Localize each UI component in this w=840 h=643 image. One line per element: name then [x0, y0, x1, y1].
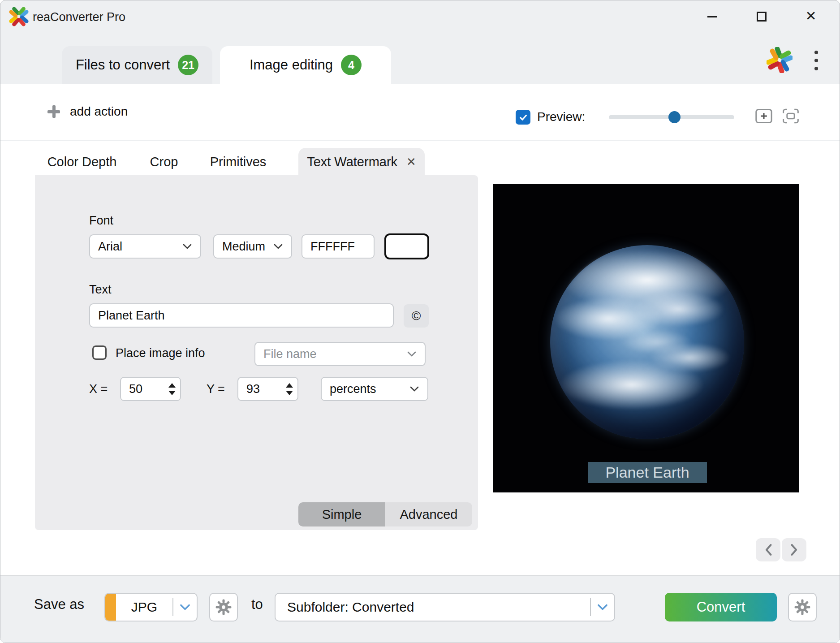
plus-icon — [47, 105, 60, 118]
maximize-icon — [757, 12, 767, 22]
tab-files-label: Files to convert — [76, 57, 170, 73]
maximize-button[interactable] — [751, 8, 772, 26]
place-image-info-label: Place image info — [116, 346, 205, 360]
chevron-down-icon — [273, 243, 283, 250]
destination-dropdown-arrow[interactable] — [591, 604, 614, 611]
chevron-down-icon — [597, 604, 608, 611]
format-value: JPG — [116, 600, 172, 615]
app-logo-icon — [9, 6, 29, 27]
mode-segmented-control: Simple Advanced — [298, 502, 472, 526]
close-button[interactable]: ✕ — [801, 7, 821, 25]
units-select[interactable]: percents — [321, 377, 428, 401]
previous-image-button[interactable] — [756, 538, 780, 561]
chevron-left-icon — [762, 543, 774, 557]
add-action-button[interactable]: add action — [47, 100, 128, 123]
font-family-value: Arial — [98, 240, 122, 254]
x-coordinate-label: X = — [89, 382, 108, 396]
tab-image-editing[interactable]: Image editing 4 — [220, 46, 391, 84]
step-up-icon[interactable] — [168, 383, 176, 388]
tab-files-to-convert[interactable]: Files to convert 21 — [62, 46, 212, 84]
files-count-badge: 21 — [178, 55, 198, 75]
kebab-dot — [814, 59, 818, 62]
close-tab-icon[interactable]: ✕ — [406, 155, 416, 169]
chevron-down-icon — [179, 604, 191, 611]
chevron-right-icon — [788, 543, 800, 557]
tab-text-watermark[interactable]: Text Watermark ✕ — [298, 148, 425, 176]
minimize-button[interactable] — [702, 8, 723, 26]
earth-image — [550, 245, 744, 439]
watermark-text-field[interactable] — [89, 303, 394, 328]
font-label: Font — [89, 214, 113, 228]
gear-icon — [215, 599, 232, 616]
stepper-arrows[interactable] — [168, 383, 176, 395]
y-coordinate-input[interactable] — [246, 382, 273, 396]
add-box-icon — [754, 108, 773, 124]
fit-to-screen-button[interactable] — [780, 107, 801, 125]
format-settings-button[interactable] — [209, 593, 238, 621]
units-value: percents — [330, 382, 376, 396]
font-family-select[interactable]: Arial — [89, 234, 201, 259]
tab-crop-label: Crop — [150, 155, 178, 169]
y-coordinate-label: Y = — [207, 382, 225, 396]
tab-primitives[interactable]: Primitives — [201, 148, 275, 176]
chevron-down-icon — [182, 243, 192, 250]
kebab-dot — [814, 67, 818, 70]
next-image-button[interactable] — [782, 538, 806, 561]
save-as-label: Save as — [34, 596, 84, 613]
slider-thumb[interactable] — [668, 111, 681, 123]
preview-label: Preview: — [537, 110, 585, 124]
text-watermark-panel: Font Arial Medium Text — [35, 175, 478, 530]
step-up-icon[interactable] — [286, 383, 293, 388]
font-color-hex-input[interactable] — [310, 240, 366, 254]
convert-button[interactable]: Convert — [665, 593, 777, 621]
step-down-icon[interactable] — [168, 391, 176, 395]
content-area: add action Preview: Color Depth — [0, 84, 840, 575]
simple-mode-button[interactable]: Simple — [298, 502, 385, 526]
text-label: Text — [89, 283, 112, 297]
insert-copyright-button[interactable]: © — [404, 304, 429, 328]
editing-count-badge: 4 — [341, 55, 362, 75]
window-title: reaConverter Pro — [33, 10, 125, 24]
image-info-value: File name — [263, 347, 317, 361]
output-format-select[interactable]: JPG — [104, 593, 198, 621]
close-icon: ✕ — [805, 8, 816, 24]
chevron-down-icon — [409, 386, 419, 392]
font-color-swatch[interactable] — [384, 233, 429, 259]
format-dropdown-arrow[interactable] — [173, 604, 197, 611]
tab-crop[interactable]: Crop — [137, 148, 191, 176]
output-settings-button[interactable] — [788, 593, 817, 621]
step-down-icon[interactable] — [286, 391, 293, 395]
watermark-text-input[interactable] — [98, 309, 385, 323]
destination-select[interactable]: Subfolder: Converted — [275, 593, 615, 621]
destination-value: Subfolder: Converted — [276, 600, 590, 615]
minimize-icon — [707, 16, 717, 17]
font-style-select[interactable]: Medium — [213, 234, 292, 259]
stepper-arrows[interactable] — [286, 383, 293, 395]
tab-color-depth[interactable]: Color Depth — [35, 148, 129, 176]
font-style-value: Medium — [222, 240, 265, 254]
preview-zoom-slider[interactable] — [609, 115, 734, 119]
checkmark-icon — [518, 112, 528, 122]
y-coordinate-stepper[interactable] — [237, 377, 298, 401]
place-image-info-checkbox[interactable] — [92, 345, 107, 360]
preview-checkbox[interactable] — [516, 110, 530, 125]
kebab-dot — [814, 51, 818, 54]
x-coordinate-stepper[interactable] — [120, 377, 181, 401]
output-bar: Save as JPG — [0, 575, 840, 643]
to-label: to — [251, 596, 263, 613]
tab-editing-label: Image editing — [250, 57, 333, 73]
advanced-mode-button[interactable]: Advanced — [385, 502, 472, 526]
image-info-select[interactable]: File name — [254, 342, 426, 366]
font-color-hex-field[interactable] — [302, 234, 375, 259]
fullscreen-icon — [782, 108, 800, 124]
tab-color-depth-label: Color Depth — [47, 155, 117, 169]
more-options-menu-button[interactable] — [810, 48, 823, 73]
x-coordinate-input[interactable] — [129, 382, 156, 396]
reaconverter-logo-icon[interactable] — [767, 47, 793, 73]
gear-icon — [794, 599, 811, 616]
zoom-in-preview-button[interactable] — [753, 107, 774, 125]
copyright-icon: © — [412, 309, 421, 323]
watermark-overlay: Planet Earth — [588, 462, 707, 483]
format-color-stripe — [105, 593, 116, 621]
toolbar-divider — [0, 140, 840, 141]
